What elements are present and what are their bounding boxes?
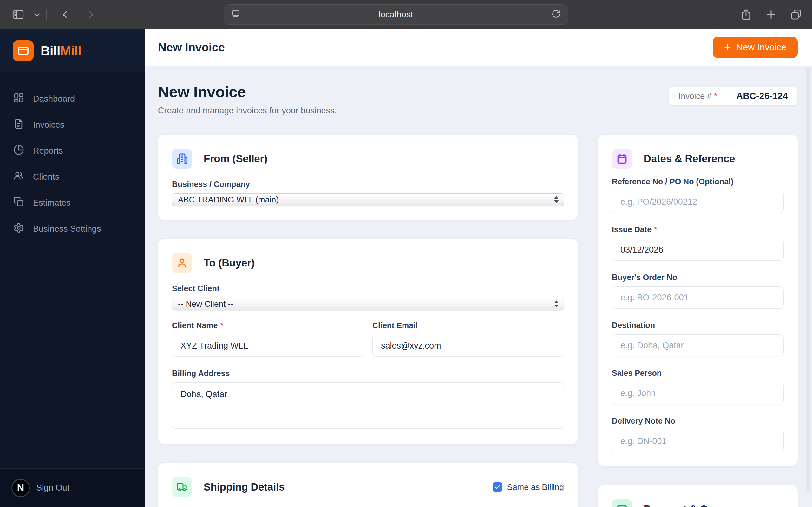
- shipping-card-title: Shipping Details: [204, 481, 285, 493]
- gear-icon: [13, 222, 24, 235]
- sidebar-footer: N Sign Out: [0, 468, 145, 507]
- reload-icon[interactable]: [551, 9, 561, 20]
- sidebar-item-label: Dashboard: [33, 94, 75, 104]
- user-icon: [172, 253, 192, 273]
- tab-overview-icon[interactable]: [790, 8, 803, 21]
- header-title: New Invoice: [158, 41, 225, 54]
- reference-no-input[interactable]: [612, 191, 784, 213]
- address-bar[interactable]: localhost: [223, 4, 568, 25]
- sales-person-label: Sales Person: [612, 369, 784, 378]
- select-client-select[interactable]: -- New Client --: [172, 297, 564, 310]
- payment-card-title: Payment & Currency: [644, 503, 745, 507]
- reference-no-label: Reference No / PO No (Optional): [612, 177, 784, 186]
- page-heading-block: New Invoice Create and manage invoices f…: [158, 83, 337, 116]
- checkbox-checked-icon[interactable]: [493, 482, 502, 492]
- invoice-number-label: Invoice # *: [669, 91, 726, 101]
- billing-address-label: Billing Address: [172, 369, 564, 378]
- plus-icon: +: [724, 41, 731, 53]
- billing-address-textarea[interactable]: Doha, Qatar: [172, 383, 564, 429]
- url-text[interactable]: localhost: [241, 10, 551, 20]
- sidebar-item-invoices[interactable]: Invoices: [5, 115, 140, 135]
- delivery-note-no-label: Delivery Note No: [612, 416, 784, 426]
- client-email-input[interactable]: [372, 335, 564, 357]
- truck-icon: [172, 477, 192, 497]
- shipping-card: Shipping Details Same as Billing: [158, 463, 578, 507]
- back-icon[interactable]: [60, 9, 71, 20]
- chevron-down-icon[interactable]: [33, 10, 41, 19]
- invoice-number-badge: Invoice # * ABC-26-124: [669, 87, 798, 105]
- copy-icon: [13, 196, 24, 210]
- avatar[interactable]: N: [11, 479, 30, 497]
- sidebar-nav: Dashboard Invoices Reports Clients Estim…: [0, 72, 145, 468]
- brand-name: BillMill: [41, 43, 81, 58]
- page-content: New Invoice Create and manage invoices f…: [145, 66, 812, 507]
- main-area: New Invoice + New Invoice New Invoice Cr…: [145, 29, 812, 507]
- sidebar-item-label: Business Settings: [33, 224, 101, 234]
- forward-icon[interactable]: [85, 9, 96, 20]
- users-icon: [13, 170, 24, 183]
- select-spinner-icon: [554, 196, 559, 203]
- sales-person-input[interactable]: [612, 382, 784, 404]
- issue-date-label: Issue Date*: [612, 225, 784, 234]
- sidebar-item-estimates[interactable]: Estimates: [5, 193, 140, 213]
- same-as-billing-label: Same as Billing: [507, 482, 564, 492]
- sidebar-item-business-settings[interactable]: Business Settings: [5, 219, 140, 239]
- calendar-icon: [612, 149, 632, 169]
- brand: BillMill: [0, 29, 145, 72]
- seller-card: From (Seller) Business / Company ABC TRA…: [158, 135, 578, 220]
- business-company-select[interactable]: ABC TRADING WLL (main): [172, 193, 564, 206]
- select-client-label: Select Client: [172, 284, 564, 293]
- page-title: New Invoice: [158, 83, 337, 101]
- sidebar-item-dashboard[interactable]: Dashboard: [5, 89, 140, 109]
- sidebar-item-label: Reports: [33, 146, 63, 156]
- sign-out-button[interactable]: Sign Out: [36, 483, 69, 493]
- dates-card-title: Dates & Reference: [644, 153, 735, 165]
- sidebar-item-label: Estimates: [33, 198, 71, 208]
- pie-chart-icon: [13, 145, 24, 158]
- select-spinner-icon: [554, 300, 559, 307]
- sidebar-item-label: Clients: [33, 172, 59, 182]
- main-header: New Invoice + New Invoice: [145, 29, 812, 66]
- client-name-label: Client Name*: [172, 321, 363, 330]
- invoice-number-value: ABC-26-124: [727, 91, 798, 101]
- payment-card: Payment & Currency: [598, 485, 798, 507]
- site-icon: [231, 9, 241, 20]
- client-email-label: Client Email: [372, 321, 564, 330]
- issue-date-input[interactable]: [612, 239, 784, 261]
- delivery-note-no-input[interactable]: [612, 430, 784, 452]
- seller-card-title: From (Seller): [204, 153, 267, 165]
- file-text-icon: [13, 118, 24, 131]
- buyers-order-no-label: Buyer's Order No: [612, 273, 784, 282]
- building-icon: [172, 149, 192, 169]
- destination-input[interactable]: [612, 334, 784, 356]
- buyers-order-no-input[interactable]: [612, 286, 784, 308]
- sidebar-item-reports[interactable]: Reports: [5, 141, 140, 161]
- same-as-billing-checkbox-group[interactable]: Same as Billing: [493, 482, 564, 492]
- browser-chrome: localhost: [0, 0, 812, 29]
- dashboard-icon: [13, 93, 24, 106]
- toolbar-divider: [46, 9, 47, 20]
- dates-card: Dates & Reference Reference No / PO No (…: [598, 135, 798, 466]
- screen: localhost BillMill: [0, 0, 812, 507]
- business-company-label: Business / Company: [172, 180, 564, 189]
- destination-label: Destination: [612, 321, 784, 330]
- new-invoice-button[interactable]: + New Invoice: [713, 37, 798, 58]
- sidebar-item-clients[interactable]: Clients: [5, 167, 140, 187]
- billmill-logo-icon: [13, 40, 34, 61]
- sidebar-toggle-icon[interactable]: [11, 8, 25, 21]
- buyer-card-title: To (Buyer): [204, 257, 255, 269]
- buyer-card: To (Buyer) Select Client -- New Client -…: [158, 239, 578, 444]
- scrollbar-thumb[interactable]: [806, 67, 810, 491]
- sidebar: BillMill Dashboard Invoices Reports Cl: [0, 29, 145, 507]
- share-icon[interactable]: [740, 8, 752, 21]
- credit-card-icon: [612, 499, 632, 507]
- new-tab-plus-icon[interactable]: [765, 9, 777, 20]
- sidebar-item-label: Invoices: [33, 120, 64, 130]
- client-name-input[interactable]: [172, 335, 363, 357]
- page-subtitle: Create and manage invoices for your busi…: [158, 106, 337, 116]
